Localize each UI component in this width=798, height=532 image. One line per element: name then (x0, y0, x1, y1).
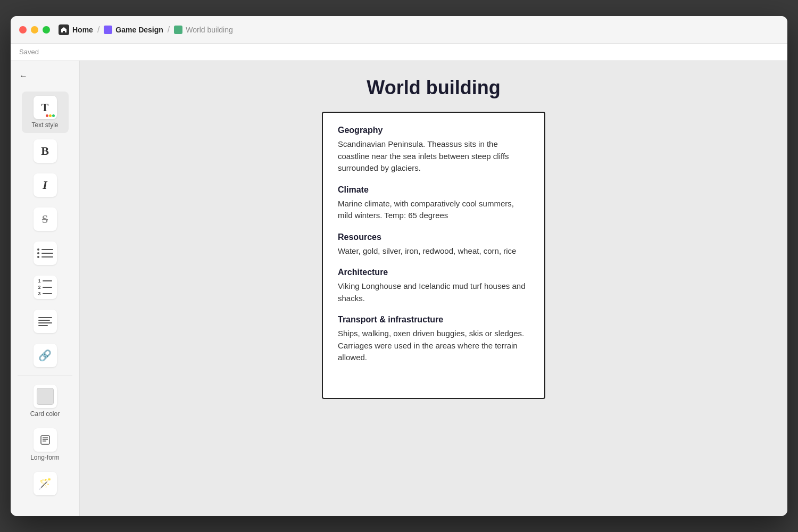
card-body-architecture: Viking Longhouse and Icelandic mud turf … (338, 280, 529, 304)
breadcrumb-world-building[interactable]: World building (174, 26, 232, 34)
sidebar-item-strikethrough[interactable]: S (22, 203, 69, 235)
sidebar-divider (18, 376, 72, 376)
breadcrumb-home-label: Home (72, 26, 93, 34)
sidebar-label-longform: Long-form (30, 454, 60, 461)
card-body-climate: Marine climate, with comparatively cool … (338, 198, 529, 222)
home-icon (59, 24, 69, 35)
sidebar-label-text-style: Text style (31, 121, 58, 129)
sidebar-item-bullet-list[interactable] (22, 237, 69, 269)
breadcrumb: Home / Game Design / World building (59, 24, 233, 35)
minimize-button[interactable] (31, 26, 38, 34)
saved-status: Saved (19, 48, 39, 56)
breadcrumb-world-building-label: World building (186, 26, 232, 34)
strikethrough-icon: S (34, 207, 57, 231)
content-area: World building Geography Scandinavian Pe… (80, 61, 787, 516)
card-heading-architecture: Architecture (338, 268, 529, 277)
world-building-icon (174, 26, 182, 34)
numbered-list-icon: 1 2 3 (34, 276, 57, 299)
bullet-list-icon (34, 242, 57, 265)
svg-rect-0 (41, 436, 49, 444)
status-bar: Saved (11, 44, 787, 61)
link-icon: 🔗 (34, 344, 57, 367)
card-section-geography: Geography Scandinavian Peninsula. Theass… (338, 126, 529, 174)
sidebar-item-text-style[interactable]: T Text style (22, 92, 69, 133)
card-section-architecture: Architecture Viking Longhouse and Icelan… (338, 268, 529, 304)
align-icon (34, 310, 57, 333)
breadcrumb-game-design[interactable]: Game Design (104, 26, 163, 34)
sidebar-item-numbered-list[interactable]: 1 2 3 (22, 271, 69, 303)
card-heading-resources: Resources (338, 232, 529, 242)
close-button[interactable] (19, 26, 27, 34)
card-section-transport: Transport & infrastructure Ships, walkin… (338, 315, 529, 364)
sidebar-item-italic[interactable]: I (22, 169, 69, 201)
ai-icon: 🪄 (34, 472, 57, 495)
card-heading-climate: Climate (338, 185, 529, 195)
card-body-transport: Ships, walking, oxen driven buggies, ski… (338, 328, 529, 364)
sidebar-item-link[interactable]: 🔗 (22, 339, 69, 371)
sidebar-item-bold[interactable]: B (22, 135, 69, 167)
sidebar: ← T Text style B (11, 61, 80, 516)
back-icon: ← (19, 71, 28, 81)
window-controls (19, 26, 50, 34)
card-color-icon (34, 385, 57, 408)
main-area: ← T Text style B (11, 61, 787, 516)
breadcrumb-sep-2: / (168, 25, 170, 35)
card-heading-transport: Transport & infrastructure (338, 315, 529, 325)
game-design-icon (104, 26, 112, 34)
card-section-resources: Resources Water, gold, silver, iron, red… (338, 232, 529, 257)
longform-icon (34, 428, 57, 452)
sidebar-item-align[interactable] (22, 305, 69, 337)
breadcrumb-sep-1: / (97, 25, 99, 35)
page-title: World building (101, 77, 766, 99)
back-button[interactable]: ← (11, 67, 79, 85)
card-body-resources: Water, gold, silver, iron, redwood, whea… (338, 245, 529, 257)
card-heading-geography: Geography (338, 126, 529, 135)
card-body-geography: Scandinavian Peninsula. Theassus sits in… (338, 138, 529, 174)
card[interactable]: Geography Scandinavian Peninsula. Theass… (322, 112, 545, 399)
sidebar-item-ai[interactable]: 🪄 (22, 468, 69, 500)
sidebar-item-card-color[interactable]: Card color (22, 380, 69, 422)
sidebar-label-card-color: Card color (30, 410, 60, 418)
sidebar-item-longform[interactable]: Long-form (22, 424, 69, 466)
breadcrumb-game-design-label: Game Design (115, 26, 163, 34)
breadcrumb-home[interactable]: Home (59, 24, 93, 35)
card-section-climate: Climate Marine climate, with comparative… (338, 185, 529, 222)
maximize-button[interactable] (43, 26, 50, 34)
italic-icon: I (34, 173, 57, 197)
titlebar: Home / Game Design / World building (11, 16, 787, 44)
bold-icon: B (34, 139, 57, 163)
text-style-icon: T (34, 96, 57, 119)
